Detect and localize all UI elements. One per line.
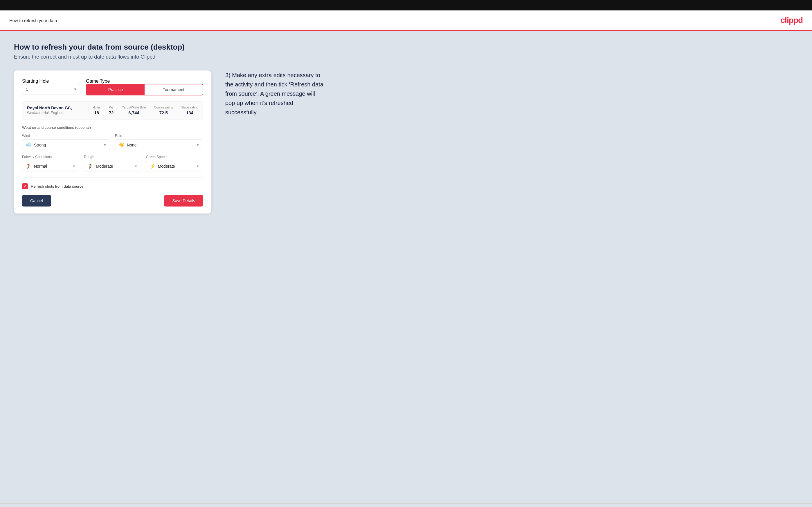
page-subtitle: Ensure the correct and most up to date d…: [14, 54, 798, 60]
yards-stat: Yards/White (M)) 6,744: [122, 106, 146, 115]
course-rating-value: 72.5: [154, 110, 173, 115]
refresh-row: Refresh shots from data source: [22, 183, 203, 189]
rough-group: Rough 🏌 Moderate ▼: [84, 155, 141, 171]
rain-group: Rain ☀️ None ▼: [115, 134, 203, 150]
fairway-select[interactable]: 🏌 Normal ▼: [22, 161, 79, 171]
green-speed-value: Moderate: [158, 164, 196, 169]
green-speed-select[interactable]: ⚡ Moderate ▼: [146, 161, 203, 171]
game-type-label: Game Type: [86, 78, 110, 83]
slope-rating-stat: Slope rating 134: [181, 106, 198, 115]
wind-label: Wind: [22, 134, 110, 138]
refresh-label: Refresh shots from data source: [31, 184, 83, 188]
top-form-row: Starting Hole 1 ▼ Game Type Practice Tou…: [22, 78, 203, 96]
holes-label: Holes: [93, 106, 101, 109]
wind-rain-row: Wind 💨 Strong ▼ Rain ☀️ None ▼: [22, 134, 203, 150]
course-location: Westward Ho!, England: [27, 111, 72, 115]
green-speed-label: Green Speed: [146, 155, 203, 159]
rain-select[interactable]: ☀️ None ▼: [115, 139, 203, 150]
page-title: How to refresh your data from source (de…: [14, 43, 798, 52]
rough-value: Moderate: [96, 164, 134, 169]
wind-select[interactable]: 💨 Strong ▼: [22, 139, 110, 150]
game-type-group: Game Type Practice Tournament: [86, 78, 203, 96]
rain-arrow-icon: ▼: [196, 143, 199, 147]
green-speed-group: Green Speed ⚡ Moderate ▼: [146, 155, 203, 171]
fairway-label: Fairway Conditions: [22, 155, 79, 159]
par-value: 72: [109, 110, 114, 115]
wind-group: Wind 💨 Strong ▼: [22, 134, 110, 150]
rain-icon: ☀️: [119, 142, 124, 148]
header: How to refresh your data clippd: [0, 10, 812, 31]
tournament-button[interactable]: Tournament: [145, 84, 203, 95]
logo: clippd: [781, 16, 803, 25]
fairway-value: Normal: [34, 164, 72, 169]
form-card: Starting Hole 1 ▼ Game Type Practice Tou…: [14, 70, 211, 214]
refresh-checkbox[interactable]: [22, 183, 28, 189]
starting-hole-label: Starting Hole: [22, 78, 49, 83]
green-speed-arrow-icon: ▼: [196, 164, 199, 168]
course-details: Royal North Devon GC, Westward Ho!, Engl…: [27, 106, 72, 115]
rain-label: Rain: [115, 134, 203, 138]
rough-label: Rough: [84, 155, 141, 159]
par-label: Par: [109, 106, 114, 109]
course-info-top: Royal North Devon GC, Westward Ho!, Engl…: [27, 106, 198, 115]
fairway-icon: 🏌: [26, 163, 32, 169]
green-speed-icon: ⚡: [150, 163, 156, 169]
rough-select[interactable]: 🏌 Moderate ▼: [84, 161, 141, 171]
footer: Copyright Clippd 2022: [0, 503, 812, 507]
holes-stat: Holes 18: [93, 106, 101, 115]
rough-icon: 🏌: [88, 163, 94, 169]
cancel-button[interactable]: Cancel: [22, 195, 51, 207]
starting-hole-select[interactable]: 1 ▼: [22, 84, 80, 95]
course-rating-label: Course rating: [154, 106, 173, 109]
starting-hole-input[interactable]: 1: [22, 84, 80, 95]
weather-section-label: Weather and course conditions (optional): [22, 125, 203, 130]
course-name: Royal North Devon GC,: [27, 106, 72, 110]
slope-rating-value: 134: [181, 110, 198, 115]
yards-label: Yards/White (M)): [122, 106, 146, 109]
slope-rating-label: Slope rating: [181, 106, 198, 109]
course-stats: Holes 18 Par 72 Yards/White (M)) 6,744: [93, 106, 198, 115]
yards-value: 6,744: [122, 110, 146, 115]
instruction-text: 3) Make any extra edits necessary to the…: [225, 70, 324, 117]
starting-hole-group: Starting Hole 1 ▼: [22, 78, 80, 96]
course-rating-stat: Course rating 72.5: [154, 106, 173, 115]
rain-value: None: [127, 143, 196, 147]
fairway-group: Fairway Conditions 🏌 Normal ▼: [22, 155, 79, 171]
top-bar: [0, 0, 812, 10]
game-type-buttons: Practice Tournament: [86, 84, 203, 96]
wind-value: Strong: [34, 143, 103, 147]
holes-value: 18: [93, 110, 101, 115]
form-actions: Cancel Save Details: [22, 195, 203, 207]
par-stat: Par 72: [109, 106, 114, 115]
save-button[interactable]: Save Details: [164, 195, 203, 207]
conditions-row-2: Fairway Conditions 🏌 Normal ▼ Rough 🏌 Mo…: [22, 155, 203, 171]
practice-button[interactable]: Practice: [87, 84, 145, 95]
rough-arrow-icon: ▼: [135, 164, 138, 168]
fairway-arrow-icon: ▼: [72, 164, 75, 168]
instruction-paragraph: 3) Make any extra edits necessary to the…: [225, 70, 324, 117]
header-title: How to refresh your data: [9, 18, 57, 23]
content-row: Starting Hole 1 ▼ Game Type Practice Tou…: [14, 70, 798, 214]
wind-arrow-icon: ▼: [103, 143, 107, 147]
course-info-box: Royal North Devon GC, Westward Ho!, Engl…: [22, 101, 203, 119]
wind-icon: 💨: [26, 142, 32, 148]
main-content: How to refresh your data from source (de…: [0, 31, 812, 503]
